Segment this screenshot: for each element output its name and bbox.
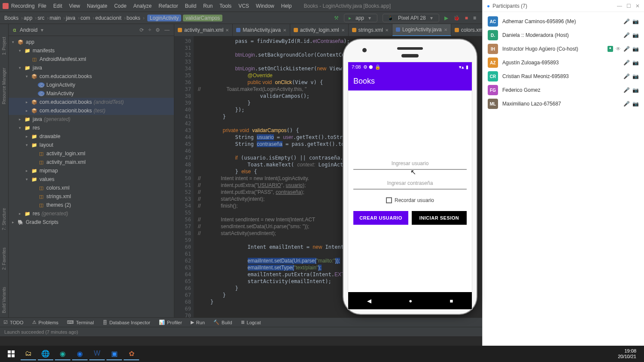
tree-strings-xml[interactable]: ◫strings.xml [9,192,174,201]
system-clock[interactable]: 19:08 20/10/21 [618,348,641,359]
tree-gradle-scripts[interactable]: ▸🐘Gradle Scripts [9,218,174,226]
menu-edit[interactable]: Edit [50,3,66,9]
tree-mainactivity[interactable]: ⒸMainActivity [9,89,174,98]
start-button[interactable] [3,347,19,360]
menu-window[interactable]: Window [252,3,278,9]
remember-checkbox[interactable]: Recordar usuario [386,197,434,203]
tree-activity_login-xml[interactable]: ◫activity_login.xml [9,149,174,158]
nav-recents-icon[interactable]: ■ [450,298,453,304]
crumb-books[interactable]: books [127,15,140,21]
structure-tool[interactable]: 7: Structure [2,208,6,230]
favorites-tool[interactable]: 2: Favorites [2,247,6,270]
crumb-java[interactable]: java [66,15,75,21]
bottom-run[interactable]: ▶Run [191,320,205,325]
crumb-main[interactable]: main [49,15,61,21]
tree-loginactivity[interactable]: ⒸLoginActivity [9,81,174,89]
login-button[interactable]: INICIAR SESION [412,211,467,225]
menu-navigate[interactable]: Navigate [84,3,111,9]
tree-mipmap[interactable]: ▸📁mipmap [9,166,174,175]
close-icon[interactable]: ✕ [635,3,640,9]
tab-activity_login-xml[interactable]: activity_login.xml✕ [290,24,349,36]
menu-vcs[interactable]: VCS [235,3,252,9]
participant-row[interactable]: AC Adhemar Caminos-695896 (Me) 🎤📷 [483,15,644,28]
breadcrumb-method[interactable]: validarCampos [183,15,222,21]
participant-row[interactable]: FG Federico Gomez 🎤📷 [483,83,644,97]
menu-view[interactable]: View [66,3,84,9]
tree-manifests[interactable]: ▾📁manifests [9,46,174,55]
crumb-app[interactable]: app [24,15,32,21]
tree-java[interactable]: ▾📁java [9,63,174,72]
app1-icon[interactable]: ◉ [55,347,70,360]
tree-com-educacionit-books[interactable]: ▾📦com.educacionit.books [9,72,174,81]
crumb-Books[interactable]: Books [4,15,18,21]
close-tab-icon[interactable]: ✕ [341,28,345,33]
tree-androidmanifest-xml[interactable]: ◫AndroidManifest.xml [9,55,174,63]
tree-com-educacionit-books[interactable]: ▸📦com.educacionit.books(androidTest) [9,98,174,106]
build-icon[interactable]: ⚒ [334,15,339,21]
build-variants-tool[interactable]: Build Variants [2,287,6,313]
bottom-problems[interactable]: ⚠Problems [32,320,58,325]
app3-icon[interactable]: ✿ [124,347,139,360]
password-input[interactable]: Ingresar contraseña [353,178,467,190]
tree-themes-2-[interactable]: ◫themes (2) [9,201,174,209]
participant-row[interactable]: ML Maximiliano Lazo-675687 🎤📷 [483,97,644,111]
participant-row[interactable]: AZ Agustín Zuloaga-695893 🎤📷 [483,56,644,69]
close-tab-icon[interactable]: ✕ [225,28,229,33]
close-tab-icon[interactable]: ✕ [283,28,286,33]
app2-icon[interactable]: ◉ [72,347,88,360]
bottom-logcat[interactable]: ≣Logcat [241,320,261,325]
user-input[interactable]: Ingresar usuario [353,158,467,170]
tree-java[interactable]: ▸📁java(generated) [9,115,174,124]
stop-icon[interactable]: ■ [465,15,468,21]
menu-tools[interactable]: Tools [216,3,235,9]
gear-icon[interactable]: ⚙ [155,27,160,33]
tree-com-educacionit-books[interactable]: ▸📦com.educacionit.books(test) [9,106,174,115]
tab-activity_main-xml[interactable]: activity_main.xml✕ [174,24,233,36]
tab-colors-xml[interactable]: colors.xml✕ [451,24,482,36]
resource-manager-tool[interactable]: Resource Manager [2,68,6,104]
menu-build[interactable]: Build [182,3,200,9]
collapse-icon[interactable]: — [164,27,170,33]
bottom-todo[interactable]: ☑TODO [3,320,24,325]
filter-icon[interactable]: ÷ [148,27,151,33]
tab-strings-xml[interactable]: strings.xml✕ [349,24,392,36]
tree-layout[interactable]: ▾📁layout [9,141,174,149]
crumb-com[interactable]: com [80,15,90,21]
checkbox-icon[interactable] [386,197,392,203]
menu-run[interactable]: Run [200,3,216,9]
close-tab-icon[interactable]: ✕ [444,27,447,32]
participant-row[interactable]: D. Daniela :: Moderadora (Host) 🎤📷 [483,28,644,42]
tree-colors-xml[interactable]: ◫colors.xml [9,184,174,192]
debug-icon[interactable]: 🐞 [453,15,460,21]
run-config-selector[interactable]: ▸app▾ [344,14,377,22]
close-tab-icon[interactable]: ✕ [385,28,389,33]
tab-mainactivity-java[interactable]: MainActivity.java✕ [233,24,290,36]
tree-drawable[interactable]: ▸📁drawable [9,132,174,141]
emulator-window[interactable]: 7:08 ⚙ ⬢ 🔒 ▾▴▮ Books Ingresar usuario In… [343,39,477,314]
tree-res[interactable]: ▾📁res [9,124,174,132]
tree-values[interactable]: ▾📁values [9,175,174,184]
sync-icon[interactable]: ⟳ [140,27,144,33]
menu-file[interactable]: File [35,3,50,9]
participant-row[interactable]: IH Instructor Hugo Agüero (Co-host) ●👁🎤📷 [483,42,644,56]
menu-help[interactable]: Help [278,3,295,9]
tree-app[interactable]: ▾📦app [9,38,174,46]
device-selector[interactable]: 📱Pixel API 28▾ [383,14,439,22]
participant-row[interactable]: CR Cristian Raul Meoniz-695893 🎤📷 [483,69,644,83]
chrome-icon[interactable]: 🌐 [38,347,53,360]
bottom-terminal[interactable]: ⌨Terminal [67,320,94,325]
create-user-button[interactable]: CREAR USUARIO [353,211,408,225]
tree-res[interactable]: ▸📁res(generated) [9,209,174,218]
nav-home-icon[interactable]: ● [409,298,412,304]
crumb-src[interactable]: src [37,15,44,21]
project-tool[interactable]: 1: Project [2,37,6,55]
more-icon[interactable]: ≡ [473,15,476,21]
minimize-icon[interactable]: — [617,3,622,9]
zoom-taskbar-icon[interactable]: ▣ [106,347,122,360]
bottom-build[interactable]: 🔨Build [213,320,232,325]
word-icon[interactable]: W [89,347,105,360]
maximize-icon[interactable]: ☐ [626,3,631,9]
breadcrumb-class[interactable]: LoginActivity [147,15,181,21]
explorer-icon[interactable]: 🗂 [21,347,36,360]
menu-refactor[interactable]: Refactor [155,3,181,9]
